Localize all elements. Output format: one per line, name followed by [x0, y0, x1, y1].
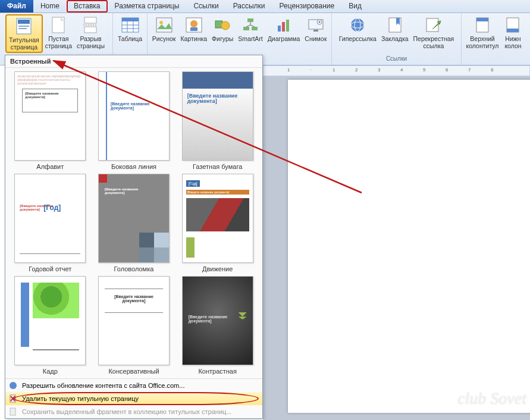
svg-rect-6: [84, 27, 96, 33]
shapes-icon: [213, 15, 232, 35]
svg-rect-23: [252, 27, 258, 30]
svg-point-20: [221, 21, 230, 30]
blank-page-button[interactable]: Пустая страница: [43, 14, 74, 51]
page-break-icon: [81, 15, 100, 35]
table-label: Таблица: [118, 36, 142, 43]
gallery-item-label: Газетная бумага: [193, 163, 242, 170]
tab-review[interactable]: Рецензирование: [272, 0, 342, 12]
hyperlink-icon: [348, 15, 367, 35]
gallery-item-label: Головоломка: [114, 265, 154, 272]
gallery-item-puzzle[interactable]: [Введите название документа] Головоломка: [94, 174, 174, 272]
page[interactable]: [288, 80, 530, 413]
screenshot-icon: [306, 15, 325, 35]
tab-view[interactable]: Вид: [341, 0, 369, 12]
crossref-label: Перекрестная ссылка: [413, 36, 454, 49]
ribbon-tabs: Файл Home Вставка Разметка страницы Ссыл…: [0, 0, 530, 13]
footer-label: Нижн колон: [504, 36, 521, 49]
footer-button[interactable]: Нижн колон: [501, 14, 525, 51]
svg-point-42: [10, 382, 17, 389]
crossref-icon: [424, 15, 443, 35]
svg-rect-2: [18, 26, 29, 27]
gallery-item-motion[interactable]: [Год][Введите название документа] Движен…: [177, 174, 258, 272]
links-group-label: Ссылки: [334, 55, 459, 64]
svg-rect-39: [476, 18, 488, 21]
bookmark-icon: [385, 15, 404, 35]
header-button[interactable]: Верхний колонтитул: [464, 14, 501, 51]
svg-point-33: [351, 18, 364, 32]
svg-point-17: [190, 20, 197, 27]
gallery-office-label: Разрешить обновление контента с сайта Of…: [22, 382, 184, 389]
crossref-button[interactable]: Перекрестная ссылка: [411, 14, 457, 51]
save-page-icon: [9, 408, 17, 416]
picture-label: Рисунок: [152, 36, 176, 43]
tab-mail[interactable]: Рассылки: [226, 0, 272, 12]
svg-line-25: [246, 25, 250, 27]
horizontal-ruler[interactable]: [263, 65, 530, 76]
svg-rect-5: [84, 17, 96, 23]
blank-page-label: Пустая страница: [45, 36, 72, 49]
gallery-item-label: Контрастная: [198, 368, 237, 375]
screenshot-button[interactable]: Снимок: [302, 14, 329, 44]
chart-label: Диаграмма: [268, 36, 300, 43]
document-area[interactable]: [263, 76, 530, 420]
tab-refs[interactable]: Ссылки: [186, 0, 225, 12]
svg-line-26: [250, 25, 255, 27]
svg-point-15: [159, 21, 163, 24]
delete-page-icon: [9, 394, 17, 403]
picture-button[interactable]: Рисунок: [150, 14, 178, 44]
gallery-item-label: Движение: [202, 265, 233, 272]
gallery-item-label: Алфавит: [36, 163, 64, 170]
gallery-item-frame[interactable]: Кадр: [10, 276, 90, 375]
clipart-button[interactable]: Картинка: [178, 14, 209, 44]
svg-rect-41: [507, 29, 519, 32]
svg-rect-46: [10, 408, 15, 415]
chart-icon: [274, 15, 293, 35]
table-button[interactable]: Таблица: [115, 14, 145, 44]
gallery-header: Встроенный: [5, 55, 262, 68]
header-label: Верхний колонтитул: [466, 36, 499, 49]
svg-rect-27: [278, 26, 281, 32]
gallery-item-conservative[interactable]: [Введите название документа] Консерватив…: [94, 276, 174, 375]
hyperlink-label: Гиперссылка: [339, 36, 377, 43]
svg-rect-31: [313, 30, 318, 32]
bookmark-button[interactable]: Закладка: [379, 14, 411, 44]
cover-page-button[interactable]: Титульная страница: [5, 14, 43, 53]
table-icon: [121, 15, 140, 35]
gallery-save-selection: Сохранить выделенный фрагмент в коллекци…: [5, 405, 262, 418]
tab-home[interactable]: Home: [33, 0, 67, 12]
tab-insert[interactable]: Вставка: [67, 0, 108, 12]
gallery-office-update[interactable]: Разрешить обновление контента с сайта Of…: [5, 379, 262, 392]
bookmark-label: Закладка: [381, 36, 409, 43]
smartart-button[interactable]: SmartArt: [236, 14, 265, 44]
smartart-icon: [241, 15, 260, 35]
blank-page-icon: [49, 15, 68, 35]
gallery-item-contrast[interactable]: [Введите название документа] Контрастная: [177, 276, 258, 375]
page-break-label: Разрыв страницы: [77, 36, 105, 49]
gallery-delete-cover[interactable]: Удалить текущую титульную страницу: [5, 392, 262, 405]
gallery-item-annual-report[interactable]: [Введите название документа][Год] Годово…: [10, 174, 90, 272]
tab-layout[interactable]: Разметка страницы: [108, 0, 187, 12]
clipart-label: Картинка: [180, 36, 207, 43]
picture-icon: [155, 15, 174, 35]
page-break-button[interactable]: Разрыв страницы: [74, 14, 107, 51]
gallery-delete-label: Удалить текущую титульную страницу: [22, 395, 139, 402]
gallery-item-sideline[interactable]: [Введите название документа] Боковая лин…: [94, 71, 174, 170]
watermark: club Sovet: [457, 389, 526, 408]
footer-icon: [503, 15, 522, 35]
hyperlink-button[interactable]: Гиперссылка: [337, 14, 379, 44]
gallery-item-alphabet[interactable]: abcabcabcabcabcabcabc efghefghefghefghef…: [10, 71, 90, 170]
gallery-item-label: Кадр: [43, 368, 58, 375]
svg-rect-28: [282, 22, 285, 32]
cover-page-gallery: Встроенный abcabcabcabcabcabcabc efghefg…: [5, 55, 263, 419]
chart-button[interactable]: Диаграмма: [265, 14, 303, 44]
gallery-footer: Разрешить обновление контента с сайта Of…: [5, 378, 262, 418]
screenshot-label: Снимок: [305, 36, 327, 43]
cover-page-icon: [14, 17, 33, 36]
gallery-save-label: Сохранить выделенный фрагмент в коллекци…: [22, 408, 232, 415]
gallery-item-newspaper[interactable]: [Введите название документа] Газетная бу…: [177, 71, 258, 170]
svg-rect-9: [122, 18, 139, 21]
cover-page-label: Титульная страница: [9, 37, 39, 51]
header-icon: [473, 15, 492, 35]
tab-file[interactable]: Файл: [0, 0, 33, 12]
shapes-button[interactable]: Фигуры: [209, 14, 236, 44]
